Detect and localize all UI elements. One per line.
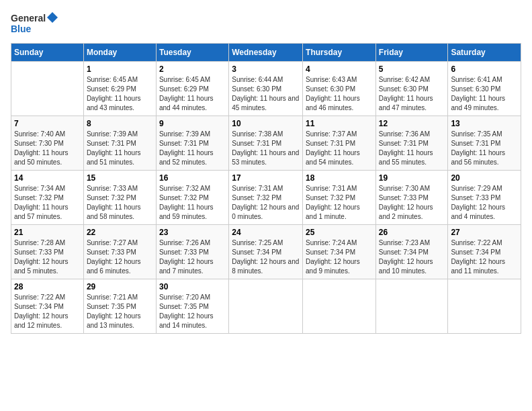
calendar-cell: 13Sunrise: 7:35 AMSunset: 7:31 PMDayligh…: [448, 116, 521, 171]
day-info: Sunrise: 7:21 AMSunset: 7:35 PMDaylight:…: [87, 293, 153, 330]
calendar-cell: 5Sunrise: 6:42 AMSunset: 6:30 PMDaylight…: [375, 62, 448, 116]
day-info: Sunrise: 6:45 AMSunset: 6:29 PMDaylight:…: [159, 75, 226, 113]
calendar-cell: 4Sunrise: 6:43 AMSunset: 6:30 PMDaylight…: [303, 62, 376, 116]
calendar-cell: 17Sunrise: 7:31 AMSunset: 7:32 PMDayligh…: [229, 171, 303, 225]
calendar-cell: 18Sunrise: 7:31 AMSunset: 7:32 PMDayligh…: [303, 171, 376, 225]
calendar-cell: 26Sunrise: 7:23 AMSunset: 7:34 PMDayligh…: [375, 225, 448, 279]
day-info: Sunrise: 7:20 AMSunset: 7:35 PMDaylight:…: [159, 293, 226, 330]
day-info: Sunrise: 7:22 AMSunset: 7:34 PMDaylight:…: [451, 238, 518, 276]
calendar-cell: 14Sunrise: 7:34 AMSunset: 7:32 PMDayligh…: [11, 171, 84, 225]
day-info: Sunrise: 7:36 AMSunset: 7:31 PMDaylight:…: [379, 130, 445, 167]
day-number: 22: [87, 228, 153, 237]
svg-text:Blue: Blue: [11, 24, 32, 34]
calendar-cell: 30Sunrise: 7:20 AMSunset: 7:35 PMDayligh…: [156, 279, 228, 334]
day-number: 29: [87, 282, 153, 291]
day-number: 9: [159, 119, 226, 128]
calendar-cell: 9Sunrise: 7:39 AMSunset: 7:31 PMDaylight…: [156, 116, 228, 171]
column-header-thursday: Thursday: [303, 44, 376, 62]
day-number: 24: [232, 228, 300, 237]
day-info: Sunrise: 7:24 AMSunset: 7:34 PMDaylight:…: [306, 238, 373, 276]
calendar-cell: 28Sunrise: 7:22 AMSunset: 7:34 PMDayligh…: [11, 279, 84, 334]
day-number: 23: [159, 228, 226, 237]
day-number: 6: [451, 64, 518, 74]
day-info: Sunrise: 7:22 AMSunset: 7:34 PMDaylight:…: [14, 293, 81, 330]
day-info: Sunrise: 7:30 AMSunset: 7:33 PMDaylight:…: [379, 184, 445, 222]
column-header-wednesday: Wednesday: [229, 44, 303, 62]
day-info: Sunrise: 7:28 AMSunset: 7:33 PMDaylight:…: [14, 238, 81, 276]
day-number: 10: [232, 119, 300, 128]
day-info: Sunrise: 7:39 AMSunset: 7:31 PMDaylight:…: [159, 130, 226, 167]
calendar-cell: [229, 279, 303, 334]
calendar-cell: 15Sunrise: 7:33 AMSunset: 7:32 PMDayligh…: [83, 171, 156, 225]
calendar-cell: 11Sunrise: 7:37 AMSunset: 7:31 PMDayligh…: [303, 116, 376, 171]
day-number: 14: [14, 173, 81, 183]
calendar-cell: 10Sunrise: 7:38 AMSunset: 7:31 PMDayligh…: [229, 116, 303, 171]
day-number: 21: [14, 228, 81, 237]
svg-text:General: General: [11, 13, 46, 24]
calendar-cell: 27Sunrise: 7:22 AMSunset: 7:34 PMDayligh…: [448, 225, 521, 279]
day-info: Sunrise: 6:42 AMSunset: 6:30 PMDaylight:…: [379, 75, 445, 113]
day-info: Sunrise: 7:27 AMSunset: 7:33 PMDaylight:…: [87, 238, 153, 276]
calendar-cell: [303, 279, 376, 334]
calendar-cell: [448, 279, 521, 334]
day-number: 11: [306, 119, 373, 128]
day-number: 8: [87, 119, 153, 128]
day-number: 26: [379, 228, 445, 237]
calendar-cell: 6Sunrise: 6:41 AMSunset: 6:30 PMDaylight…: [448, 62, 521, 116]
column-header-saturday: Saturday: [448, 44, 521, 62]
calendar-cell: 23Sunrise: 7:26 AMSunset: 7:33 PMDayligh…: [156, 225, 228, 279]
calendar-week-row: 1Sunrise: 6:45 AMSunset: 6:29 PMDaylight…: [11, 62, 521, 116]
column-header-tuesday: Tuesday: [156, 44, 228, 62]
calendar-cell: 7Sunrise: 7:40 AMSunset: 7:30 PMDaylight…: [11, 116, 84, 171]
calendar-cell: 22Sunrise: 7:27 AMSunset: 7:33 PMDayligh…: [83, 225, 156, 279]
day-number: 4: [306, 64, 373, 74]
day-info: Sunrise: 7:35 AMSunset: 7:31 PMDaylight:…: [451, 130, 518, 167]
day-number: 30: [159, 282, 226, 291]
day-number: 13: [451, 119, 518, 128]
day-info: Sunrise: 7:38 AMSunset: 7:31 PMDaylight:…: [232, 130, 300, 167]
day-info: Sunrise: 7:33 AMSunset: 7:32 PMDaylight:…: [87, 184, 153, 222]
calendar-table: SundayMondayTuesdayWednesdayThursdayFrid…: [11, 43, 521, 334]
day-info: Sunrise: 6:44 AMSunset: 6:30 PMDaylight:…: [232, 75, 300, 113]
day-number: 17: [232, 173, 300, 183]
day-number: 12: [379, 119, 445, 128]
column-header-friday: Friday: [375, 44, 448, 62]
day-info: Sunrise: 7:31 AMSunset: 7:32 PMDaylight:…: [306, 184, 373, 222]
logo: General Blue: [11, 11, 58, 35]
day-info: Sunrise: 6:41 AMSunset: 6:30 PMDaylight:…: [451, 75, 518, 113]
day-number: 2: [159, 64, 226, 74]
day-info: Sunrise: 6:45 AMSunset: 6:29 PMDaylight:…: [87, 75, 153, 113]
day-info: Sunrise: 7:25 AMSunset: 7:34 PMDaylight:…: [232, 238, 300, 276]
day-number: 19: [379, 173, 445, 183]
day-info: Sunrise: 7:31 AMSunset: 7:32 PMDaylight:…: [232, 184, 300, 222]
calendar-cell: 2Sunrise: 6:45 AMSunset: 6:29 PMDaylight…: [156, 62, 228, 116]
calendar-cell: 25Sunrise: 7:24 AMSunset: 7:34 PMDayligh…: [303, 225, 376, 279]
calendar-cell: 8Sunrise: 7:39 AMSunset: 7:31 PMDaylight…: [83, 116, 156, 171]
day-info: Sunrise: 7:40 AMSunset: 7:30 PMDaylight:…: [14, 130, 81, 167]
day-number: 27: [451, 228, 518, 237]
calendar-cell: 24Sunrise: 7:25 AMSunset: 7:34 PMDayligh…: [229, 225, 303, 279]
calendar-cell: 12Sunrise: 7:36 AMSunset: 7:31 PMDayligh…: [375, 116, 448, 171]
calendar-cell: 16Sunrise: 7:32 AMSunset: 7:32 PMDayligh…: [156, 171, 228, 225]
calendar-week-row: 28Sunrise: 7:22 AMSunset: 7:34 PMDayligh…: [11, 279, 521, 334]
day-number: 15: [87, 173, 153, 183]
calendar-header-row: SundayMondayTuesdayWednesdayThursdayFrid…: [11, 44, 521, 62]
day-number: 16: [159, 173, 226, 183]
calendar-week-row: 7Sunrise: 7:40 AMSunset: 7:30 PMDaylight…: [11, 116, 521, 171]
day-info: Sunrise: 7:26 AMSunset: 7:33 PMDaylight:…: [159, 238, 226, 276]
calendar-cell: [11, 62, 84, 116]
column-header-monday: Monday: [83, 44, 156, 62]
calendar-cell: 3Sunrise: 6:44 AMSunset: 6:30 PMDaylight…: [229, 62, 303, 116]
page-header: General Blue: [11, 11, 521, 35]
day-number: 20: [451, 173, 518, 183]
calendar-cell: 19Sunrise: 7:30 AMSunset: 7:33 PMDayligh…: [375, 171, 448, 225]
day-info: Sunrise: 7:32 AMSunset: 7:32 PMDaylight:…: [159, 184, 226, 222]
day-number: 25: [306, 228, 373, 237]
day-number: 18: [306, 173, 373, 183]
day-number: 28: [14, 282, 81, 291]
day-info: Sunrise: 7:34 AMSunset: 7:32 PMDaylight:…: [14, 184, 81, 222]
calendar-cell: 20Sunrise: 7:29 AMSunset: 7:33 PMDayligh…: [448, 171, 521, 225]
calendar-cell: [375, 279, 448, 334]
day-info: Sunrise: 7:23 AMSunset: 7:34 PMDaylight:…: [379, 238, 445, 276]
calendar-week-row: 21Sunrise: 7:28 AMSunset: 7:33 PMDayligh…: [11, 225, 521, 279]
